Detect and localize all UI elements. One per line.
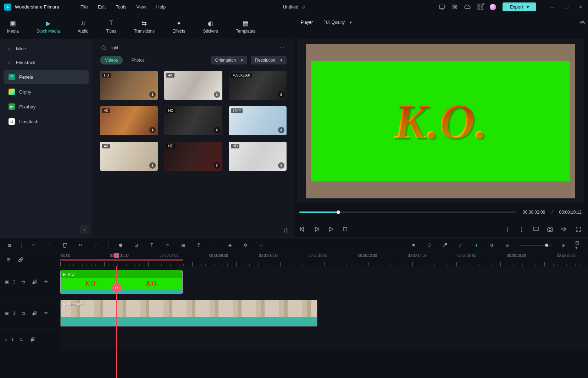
link-icon[interactable]: 🔗: [17, 256, 24, 263]
waveform-icon[interactable]: [579, 19, 586, 26]
download-icon[interactable]: ⬇: [278, 162, 284, 169]
preview-canvas[interactable]: K.O.: [297, 39, 584, 203]
snap-icon[interactable]: ⧉: [488, 242, 495, 249]
step-forward-button[interactable]: [314, 226, 320, 232]
track-body-a1[interactable]: [60, 329, 588, 350]
cut-button[interactable]: ✂: [77, 242, 84, 249]
tab-titles[interactable]: TTitles: [106, 19, 116, 34]
media-thumbnail[interactable]: 4K⬇: [100, 106, 158, 135]
download-icon[interactable]: ⬇: [214, 91, 220, 98]
folder-icon[interactable]: 🗀: [20, 310, 27, 317]
tab-transitions[interactable]: ⇆Transitions: [134, 19, 155, 34]
scissors-marker[interactable]: ✂: [112, 283, 121, 293]
mark-out-icon[interactable]: }: [518, 226, 525, 232]
stop-button[interactable]: [342, 226, 348, 232]
download-icon[interactable]: ⬇: [214, 127, 220, 133]
color-icon[interactable]: ▩: [179, 242, 187, 249]
apps-icon[interactable]: [477, 4, 483, 10]
undo-button[interactable]: ↶: [30, 242, 37, 249]
step-back-button[interactable]: [299, 226, 306, 232]
sidebar-item-pixabay[interactable]: pxPixabay: [4, 100, 89, 113]
progress-bar[interactable]: [299, 211, 516, 213]
media-thumbnail[interactable]: HD⬇: [164, 142, 222, 171]
subtab-videos[interactable]: Videos: [100, 56, 123, 64]
media-thumbnail[interactable]: HD⬇: [100, 71, 158, 100]
download-icon[interactable]: ⬇: [278, 127, 284, 133]
tab-audio[interactable]: ♫Audio: [78, 19, 89, 34]
mute-icon[interactable]: 🔊: [29, 336, 37, 343]
tab-stickers[interactable]: ◐Stickers: [203, 19, 218, 34]
mark-in-icon[interactable]: {: [504, 226, 511, 232]
tab-stock-media[interactable]: ▶Stock Media: [37, 19, 60, 34]
track-body-v1[interactable]: ▶unnamed: [60, 298, 588, 328]
media-thumbnail[interactable]: 720P⬇: [229, 106, 287, 135]
screen-icon[interactable]: [439, 4, 445, 10]
clip-unnamed[interactable]: ▶unnamed: [60, 300, 317, 327]
close-button[interactable]: ✕: [577, 4, 584, 10]
delete-button[interactable]: [61, 242, 68, 249]
media-thumbnail[interactable]: 4K⬇: [164, 71, 222, 100]
download-icon[interactable]: ⬇: [149, 127, 156, 133]
download-icon[interactable]: ⬇: [278, 91, 284, 98]
select-tool-icon[interactable]: ▦: [6, 242, 13, 249]
export-button[interactable]: Export▾: [503, 2, 536, 11]
sidebar-item-unsplash[interactable]: ⊔Unsplash: [4, 115, 89, 128]
display-icon[interactable]: [533, 226, 539, 232]
folder-icon[interactable]: 🗀: [20, 278, 27, 286]
visibility-icon[interactable]: 👁: [43, 310, 50, 317]
download-icon[interactable]: ⬇: [149, 162, 156, 169]
time-ruler[interactable]: :00:0000:00:02:0000:00:04:0000:00:06:000…: [60, 253, 588, 266]
tab-effects[interactable]: ✦Effects: [172, 19, 185, 34]
play-button[interactable]: [328, 226, 334, 232]
speed-icon[interactable]: ⟳: [164, 242, 171, 249]
download-icon[interactable]: ⬇: [214, 162, 220, 169]
adjust-icon[interactable]: ⚙: [242, 242, 249, 249]
orientation-dropdown[interactable]: Orientation▾: [211, 56, 248, 64]
tag-icon[interactable]: ⬣: [117, 242, 124, 249]
quality-dropdown[interactable]: Full Quality▾: [319, 18, 356, 27]
media-thumbnail[interactable]: 4K⬇: [100, 142, 158, 171]
crop-icon[interactable]: ⊡: [133, 242, 140, 249]
fullscreen-icon[interactable]: [575, 226, 582, 232]
mask-icon[interactable]: ◈: [226, 242, 233, 249]
mute-icon[interactable]: 🔊: [31, 310, 38, 317]
tab-templates[interactable]: ▦Templates: [236, 19, 255, 34]
sidebar-item-giphy[interactable]: Giphy: [4, 85, 89, 98]
keyframe-icon[interactable]: ⬚: [211, 242, 218, 249]
menu-file[interactable]: File: [81, 4, 88, 10]
info-icon[interactable]: ⓘ: [283, 227, 289, 234]
preview-tab-player[interactable]: Player: [301, 20, 313, 25]
folder-icon[interactable]: 🗀: [18, 336, 25, 343]
avatar-icon[interactable]: [490, 4, 496, 10]
menu-tools[interactable]: Tools: [116, 4, 126, 10]
voiceover-icon[interactable]: 🎤: [441, 242, 448, 249]
add-track-icon[interactable]: ⊞: [5, 256, 12, 263]
render-icon[interactable]: ✺: [410, 242, 417, 249]
audio-mix-icon[interactable]: ♬: [457, 242, 464, 249]
visibility-icon[interactable]: 👁: [43, 278, 50, 286]
sidebar-item-filmstock[interactable]: ▸Filmstock: [4, 56, 89, 69]
work-area-range[interactable]: [60, 259, 183, 261]
media-thumbnail[interactable]: HD⬇: [229, 142, 287, 171]
cloud-icon[interactable]: [464, 4, 471, 10]
volume-icon[interactable]: [561, 226, 567, 232]
redo-button[interactable]: ↷: [46, 242, 53, 249]
more-icon[interactable]: ⋯: [279, 45, 285, 51]
clip-ko[interactable]: ▶K.O K.O.K.O.: [60, 270, 183, 294]
mute-icon[interactable]: 🔊: [31, 278, 38, 286]
progress-knob[interactable]: [337, 210, 340, 214]
collapse-sidebar-button[interactable]: ‹: [80, 225, 89, 234]
save-icon[interactable]: [451, 4, 458, 10]
resolution-dropdown[interactable]: Resolution▾: [251, 56, 287, 64]
media-thumbnail[interactable]: HD⬇: [164, 106, 222, 135]
beat-detect-icon[interactable]: ♪⁺: [93, 242, 100, 249]
zoom-knob[interactable]: [545, 244, 548, 247]
search-input[interactable]: fight: [101, 45, 275, 51]
zoom-slider[interactable]: [519, 245, 551, 246]
snapshot-icon[interactable]: [547, 226, 553, 232]
menu-edit[interactable]: Edit: [98, 4, 106, 10]
track-body-v2[interactable]: ▶K.O K.O.K.O.: [60, 266, 588, 297]
zoom-out-button[interactable]: ⊖: [504, 242, 511, 249]
download-icon[interactable]: ⬇: [149, 91, 156, 98]
media-thumbnail[interactable]: 4096x2160⬇: [229, 71, 287, 100]
